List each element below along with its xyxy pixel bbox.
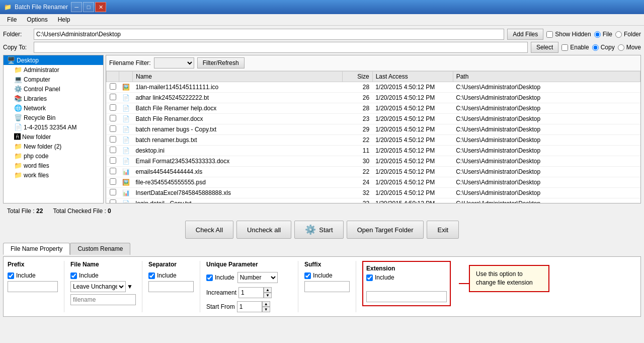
- col-header-check[interactable]: [107, 72, 119, 82]
- tree-item[interactable]: ⚙️ Control Panel: [4, 84, 103, 94]
- close-button[interactable]: ✕: [95, 2, 106, 12]
- table-row[interactable]: 📄 desktop.ini 11 1/20/2015 4:50:12 PM C:…: [107, 146, 640, 156]
- start-button[interactable]: ⚙️ Start: [294, 221, 343, 239]
- file-table[interactable]: Name Size Last Access Path 🖼️ 1lan-maile…: [106, 71, 640, 203]
- file-radio-label[interactable]: File: [594, 31, 612, 38]
- row-checkbox-8[interactable]: [110, 168, 116, 174]
- enable-label[interactable]: Enable: [561, 44, 589, 51]
- table-row[interactable]: 📊 emails445445444444.xls 22 1/20/2015 4:…: [107, 167, 640, 177]
- copy-radio-label[interactable]: Copy: [592, 44, 615, 51]
- col-header-name[interactable]: Name: [133, 72, 343, 82]
- table-row[interactable]: 📄 login detail - Copy.txt 23 1/20/2015 4…: [107, 198, 640, 203]
- unique-type-select[interactable]: Number Date Random: [237, 272, 278, 283]
- tree-item[interactable]: 📁 Administrator: [4, 65, 103, 75]
- tree-item[interactable]: 📁 word files: [4, 161, 103, 170]
- enable-checkbox[interactable]: [561, 44, 568, 51]
- show-hidden-label[interactable]: Show Hidden: [546, 31, 591, 38]
- menu-item-help[interactable]: Help: [54, 15, 74, 24]
- separator-include-check[interactable]: Include: [148, 272, 194, 279]
- row-checkbox-11[interactable]: [110, 199, 116, 203]
- row-checkbox-9[interactable]: [110, 178, 116, 185]
- tree-item[interactable]: 📁 work files: [4, 170, 103, 180]
- increment-up[interactable]: ▲: [264, 287, 272, 293]
- col-header-icon[interactable]: [119, 72, 133, 82]
- table-row[interactable]: 📄 Batch File Renamer help.docx 28 1/20/2…: [107, 103, 640, 114]
- table-row[interactable]: 📄 adhar link245245222222.bt 26 1/20/2015…: [107, 93, 640, 103]
- row-checkbox-0[interactable]: [110, 83, 116, 90]
- move-radio[interactable]: [618, 44, 624, 51]
- col-header-date[interactable]: Last Access: [372, 72, 453, 82]
- uncheck-all-button[interactable]: Uncheck all: [236, 221, 291, 239]
- filename-preview-input[interactable]: [70, 294, 136, 305]
- tree-item[interactable]: 🌐 Network: [4, 103, 103, 113]
- extension-include-checkbox[interactable]: [366, 275, 373, 281]
- prefix-include-check[interactable]: Include: [8, 272, 58, 279]
- tree-item[interactable]: 💻 Computer: [4, 75, 103, 84]
- exit-button[interactable]: Exit: [427, 221, 459, 239]
- tab-custom-rename[interactable]: Custom Rename: [70, 243, 130, 255]
- row-checkbox-1[interactable]: [110, 94, 116, 100]
- tab-file-name-property[interactable]: File Name Property: [3, 243, 70, 255]
- maximize-button[interactable]: □: [83, 2, 94, 12]
- tree-item[interactable]: 📁 php code: [4, 151, 103, 161]
- startfrom-up[interactable]: ▲: [262, 301, 270, 307]
- tree-panel[interactable]: 🖥️ Desktop📁 Administrator💻 Computer⚙️ Co…: [3, 55, 104, 203]
- filename-include-check[interactable]: Include: [70, 272, 136, 279]
- table-row[interactable]: 📄 batch renamer.bugs.txt 22 1/20/2015 4:…: [107, 135, 640, 146]
- row-checkbox-3[interactable]: [110, 115, 116, 121]
- filename-type-select[interactable]: Leave Unchange Lowercase Uppercase: [70, 281, 126, 292]
- tree-item[interactable]: 🅰 New folder: [4, 132, 103, 142]
- row-checkbox-4[interactable]: [110, 125, 116, 132]
- table-row[interactable]: 📄 Batch File Renamer.docx 23 1/20/2015 4…: [107, 114, 640, 124]
- menu-item-options[interactable]: Options: [23, 15, 51, 24]
- increment-down[interactable]: ▼: [264, 293, 272, 298]
- select-button[interactable]: Select: [531, 42, 558, 53]
- folder-radio-label[interactable]: Folder: [615, 31, 641, 38]
- suffix-input[interactable]: [304, 281, 350, 292]
- table-row[interactable]: 📊 InsertDataExcel7845845888888.xls 32 1/…: [107, 188, 640, 198]
- add-files-button[interactable]: Add Files: [507, 29, 543, 40]
- suffix-include-checkbox[interactable]: [304, 272, 311, 279]
- prefix-input[interactable]: [8, 281, 58, 292]
- folder-radio[interactable]: [615, 31, 622, 38]
- row-checkbox-2[interactable]: [110, 104, 116, 111]
- col-header-path[interactable]: Path: [453, 72, 640, 82]
- table-row[interactable]: 🖼️ file-re3545545555555.psd 24 1/20/2015…: [107, 177, 640, 188]
- suffix-include-check[interactable]: Include: [304, 272, 350, 279]
- row-checkbox-5[interactable]: [110, 136, 116, 143]
- unique-include-check[interactable]: Include: [206, 274, 234, 281]
- table-row[interactable]: 🖼️ 1lan-mailer1145145111111.ico 28 1/20/…: [107, 82, 640, 93]
- tree-item[interactable]: 📄 1-4-2015 32354 AM: [4, 122, 103, 132]
- menu-item-file[interactable]: File: [3, 15, 21, 24]
- separator-input[interactable]: [148, 281, 194, 292]
- startfrom-down[interactable]: ▼: [262, 307, 270, 312]
- extension-input[interactable]: [366, 291, 447, 302]
- startfrom-spinner[interactable]: ▲ ▼: [237, 301, 270, 312]
- folder-input[interactable]: [34, 29, 504, 40]
- move-radio-label[interactable]: Move: [618, 44, 641, 51]
- tree-item[interactable]: 🖥️ Desktop: [4, 55, 103, 65]
- increment-input[interactable]: [238, 287, 264, 298]
- show-hidden-checkbox[interactable]: [546, 31, 553, 38]
- table-row[interactable]: 📄 Email Format2345345333333.docx 30 1/20…: [107, 156, 640, 167]
- row-checkbox-6[interactable]: [110, 147, 116, 153]
- file-radio[interactable]: [594, 31, 601, 38]
- filter-select[interactable]: [154, 57, 194, 68]
- col-header-size[interactable]: Size: [342, 72, 372, 82]
- startfrom-input[interactable]: [237, 301, 262, 312]
- tree-item[interactable]: 🗑️ Recycle Bin: [4, 113, 103, 122]
- prefix-include-checkbox[interactable]: [8, 272, 14, 279]
- filter-refresh-button[interactable]: Filter/Refresh: [197, 57, 245, 68]
- check-all-button[interactable]: Check All: [185, 221, 233, 239]
- row-checkbox-10[interactable]: [110, 189, 116, 195]
- copy-radio[interactable]: [592, 44, 599, 51]
- extension-include-check[interactable]: Include: [366, 274, 447, 281]
- row-checkbox-7[interactable]: [110, 157, 116, 164]
- table-row[interactable]: 📄 batch renamer bugs - Copy.txt 29 1/20/…: [107, 124, 640, 135]
- tree-item[interactable]: 📁 New folder (2): [4, 142, 103, 151]
- copyto-input[interactable]: [34, 42, 528, 53]
- unique-include-checkbox[interactable]: [206, 275, 213, 281]
- tree-item[interactable]: 📚 Libraries: [4, 94, 103, 103]
- filename-include-checkbox[interactable]: [70, 272, 77, 279]
- minimize-button[interactable]: ─: [71, 2, 82, 12]
